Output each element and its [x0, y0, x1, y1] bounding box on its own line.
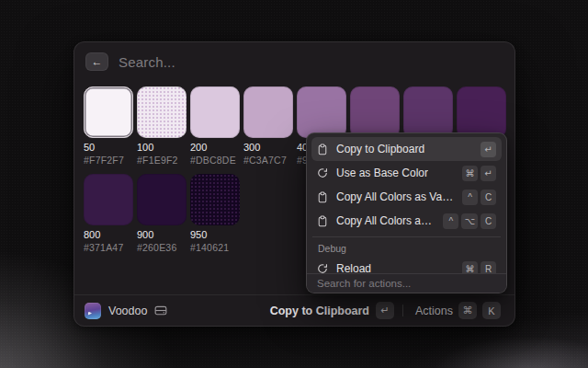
swatch-hex: #F1E9F2	[137, 155, 187, 166]
menu-item-label: Copy All Colors as Variable Declara…	[336, 190, 455, 203]
swatch-shade: 300	[243, 142, 293, 153]
voodoo-app-icon	[85, 303, 101, 319]
actions-menu-main-list: Copy to Clipboard ↵ Use as Base Color ⌘↵…	[311, 137, 502, 233]
status-bar: Voodoo Copy to Clipboard ↵ Actions ⌘ K	[74, 294, 514, 326]
swatch-hex: #371A47	[84, 242, 133, 253]
palette-name: Voodoo	[108, 305, 147, 317]
enter-key-badge: ↵	[376, 302, 394, 319]
swatch-shade: 200	[190, 142, 240, 153]
actions-button-label: Actions	[415, 305, 453, 317]
swatch-cell[interactable]: 200 #DBC8DE	[190, 86, 240, 174]
desktop-background: ← Search... 50 #F7F2F7 100 #F1E9F2 200 #…	[0, 0, 588, 368]
swatch-cell[interactable]: 950 #140621	[190, 174, 240, 261]
menu-item[interactable]: Copy All Colors as JSON ^⌥C	[311, 209, 502, 233]
swatch[interactable]	[350, 86, 400, 138]
swatch[interactable]	[403, 86, 453, 138]
swatch[interactable]	[190, 86, 240, 138]
drive-icon	[154, 305, 167, 316]
menu-item-label: Reload	[336, 262, 371, 273]
actions-menu: Copy to Clipboard ↵ Use as Base Color ⌘↵…	[306, 132, 507, 293]
base-color-icon	[317, 167, 328, 178]
swatch-cell[interactable]: 50 #F7F2F7	[84, 86, 133, 174]
swatch-cell[interactable]: 300 #C3A7C7	[243, 86, 293, 174]
swatch[interactable]	[84, 174, 133, 225]
swatch[interactable]	[84, 86, 133, 138]
swatch-cell[interactable]: 100 #F1E9F2	[137, 86, 187, 174]
shortcut-key-badge: R	[481, 261, 496, 274]
swatch[interactable]	[137, 174, 187, 225]
shortcut-key-badge: ⌘	[462, 261, 478, 274]
shortcut-key-badge: ⌥	[461, 213, 478, 229]
search-header: ← Search...	[74, 42, 514, 81]
cmd-key-badge: ⌘	[458, 302, 477, 319]
menu-item-shortcut: ⌘R	[462, 261, 496, 274]
menu-item[interactable]: Use as Base Color ⌘↵	[311, 161, 502, 185]
search-input[interactable]: Search...	[119, 54, 175, 70]
swatch[interactable]	[297, 86, 346, 138]
menu-item-shortcut: ^C	[462, 190, 496, 205]
menu-item[interactable]: Copy All Colors as Variable Declara… ^C	[311, 185, 502, 209]
k-key-badge: K	[482, 302, 501, 319]
actions-menu-debug-list: Reload ⌘R	[311, 257, 502, 273]
clipboard-icon	[317, 144, 328, 155]
swatch-hex: #C3A7C7	[243, 155, 293, 166]
shortcut-key-badge: C	[481, 213, 496, 229]
swatch-hex: #260E36	[137, 242, 187, 253]
menu-item-shortcut: ^⌥C	[443, 213, 496, 229]
raycast-window: ← Search... 50 #F7F2F7 100 #F1E9F2 200 #…	[74, 41, 515, 327]
menu-separator	[312, 236, 501, 237]
menu-item-label: Use as Base Color	[336, 167, 428, 179]
menu-item-shortcut: ⌘↵	[462, 166, 496, 181]
actions-menu-body: Copy to Clipboard ↵ Use as Base Color ⌘↵…	[307, 133, 506, 273]
status-bar-right: Copy to Clipboard ↵ Actions ⌘ K	[270, 299, 504, 322]
menu-item-label: Copy All Colors as JSON	[336, 214, 435, 227]
shortcut-key-badge: ↵	[481, 142, 496, 157]
shortcut-key-badge: ^	[462, 190, 478, 205]
menu-item-shortcut: ↵	[481, 142, 496, 157]
actions-search-input[interactable]: Search for actions...	[307, 273, 506, 293]
shortcut-key-badge: ⌘	[462, 166, 478, 181]
shortcut-key-badge: ↵	[481, 166, 496, 181]
swatch-hex: #F7F2F7	[84, 155, 133, 166]
clipboard-icon	[317, 215, 328, 227]
swatch[interactable]	[137, 86, 187, 138]
arrow-left-icon: ←	[92, 55, 103, 68]
swatch-shade: 50	[84, 142, 133, 153]
menu-item-label: Copy to Clipboard	[336, 143, 424, 155]
primary-action-button[interactable]: Copy to Clipboard	[270, 305, 369, 317]
swatch-hex: #140621	[190, 242, 240, 253]
swatch-cell[interactable]: 900 #260E36	[137, 174, 187, 261]
menu-item[interactable]: Reload ⌘R	[311, 257, 502, 273]
shortcut-key-badge: ^	[443, 213, 458, 229]
status-bar-divider	[402, 305, 403, 316]
swatch[interactable]	[190, 174, 240, 225]
swatch-cell[interactable]: 800 #371A47	[84, 174, 133, 261]
swatch-shade: 100	[137, 142, 187, 153]
menu-item[interactable]: Copy to Clipboard ↵	[311, 137, 502, 161]
clipboard-icon	[317, 191, 328, 203]
swatch-hex: #DBC8DE	[190, 155, 240, 166]
menu-section-label: Debug	[311, 239, 502, 257]
back-button[interactable]: ←	[85, 52, 108, 71]
swatch[interactable]	[243, 86, 293, 138]
swatch-shade: 950	[190, 229, 240, 240]
reload-icon	[317, 263, 328, 273]
swatch[interactable]	[457, 86, 506, 138]
actions-button[interactable]: Actions ⌘ K	[412, 299, 504, 322]
swatch-shade: 900	[137, 229, 187, 240]
shortcut-key-badge: C	[481, 190, 496, 205]
swatch-shade: 800	[84, 229, 133, 240]
